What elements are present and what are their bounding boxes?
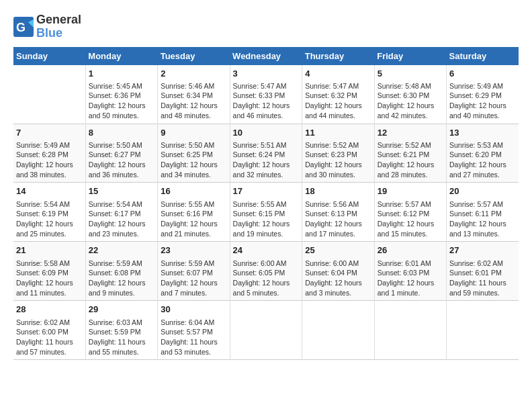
calendar-cell: 30Sunrise: 6:04 AM Sunset: 5:57 PM Dayli… (158, 301, 230, 360)
calendar-cell (230, 301, 302, 360)
day-info: Sunrise: 5:58 AM Sunset: 6:09 PM Dayligh… (16, 259, 83, 298)
calendar-week-row: 1Sunrise: 5:45 AM Sunset: 6:36 PM Daylig… (13, 65, 519, 124)
calendar-cell: 29Sunrise: 6:03 AM Sunset: 5:59 PM Dayli… (85, 301, 157, 360)
day-number: 2 (161, 68, 226, 80)
calendar-cell (447, 301, 519, 360)
day-number: 8 (89, 127, 154, 139)
weekday-header: Monday (85, 47, 157, 65)
day-info: Sunrise: 5:52 AM Sunset: 6:21 PM Dayligh… (378, 140, 443, 180)
day-number: 28 (16, 304, 83, 316)
calendar-header-row: SundayMondayTuesdayWednesdayThursdayFrid… (13, 47, 519, 65)
weekday-header: Thursday (302, 47, 374, 65)
day-number: 29 (89, 304, 154, 316)
day-info: Sunrise: 6:02 AM Sunset: 6:01 PM Dayligh… (449, 259, 516, 298)
calendar-week-row: 14Sunrise: 5:54 AM Sunset: 6:19 PM Dayli… (13, 183, 519, 242)
calendar-cell: 15Sunrise: 5:54 AM Sunset: 6:17 PM Dayli… (85, 183, 157, 242)
calendar-cell: 22Sunrise: 5:59 AM Sunset: 6:08 PM Dayli… (85, 242, 157, 301)
day-info: Sunrise: 6:04 AM Sunset: 5:57 PM Dayligh… (161, 318, 226, 357)
day-info: Sunrise: 5:55 AM Sunset: 6:15 PM Dayligh… (233, 199, 300, 239)
day-number: 3 (233, 68, 300, 80)
calendar-cell: 3Sunrise: 5:47 AM Sunset: 6:33 PM Daylig… (230, 65, 302, 124)
calendar-cell: 7Sunrise: 5:49 AM Sunset: 6:28 PM Daylig… (13, 124, 85, 183)
calendar-week-row: 7Sunrise: 5:49 AM Sunset: 6:28 PM Daylig… (13, 124, 519, 183)
day-info: Sunrise: 5:51 AM Sunset: 6:24 PM Dayligh… (233, 140, 300, 180)
day-info: Sunrise: 5:55 AM Sunset: 6:16 PM Dayligh… (161, 199, 226, 239)
day-info: Sunrise: 5:48 AM Sunset: 6:30 PM Dayligh… (378, 81, 443, 121)
day-info: Sunrise: 5:52 AM Sunset: 6:23 PM Dayligh… (305, 140, 371, 180)
day-number: 17 (233, 185, 300, 197)
day-info: Sunrise: 5:59 AM Sunset: 6:08 PM Dayligh… (89, 259, 154, 298)
calendar-cell: 23Sunrise: 5:59 AM Sunset: 6:07 PM Dayli… (158, 242, 230, 301)
day-number: 30 (161, 304, 226, 316)
calendar-cell: 20Sunrise: 5:57 AM Sunset: 6:11 PM Dayli… (447, 183, 519, 242)
calendar-cell: 5Sunrise: 5:48 AM Sunset: 6:30 PM Daylig… (374, 65, 446, 124)
calendar-table: SundayMondayTuesdayWednesdayThursdayFrid… (13, 47, 519, 361)
weekday-header: Wednesday (230, 47, 302, 65)
day-info: Sunrise: 5:45 AM Sunset: 6:36 PM Dayligh… (89, 81, 154, 121)
day-info: Sunrise: 5:47 AM Sunset: 6:33 PM Dayligh… (233, 81, 300, 121)
day-number: 10 (233, 127, 300, 139)
calendar-cell: 8Sunrise: 5:50 AM Sunset: 6:27 PM Daylig… (85, 124, 157, 183)
day-number: 26 (378, 244, 443, 257)
calendar-week-row: 21Sunrise: 5:58 AM Sunset: 6:09 PM Dayli… (13, 242, 519, 301)
calendar-cell (13, 65, 85, 124)
calendar-week-row: 28Sunrise: 6:02 AM Sunset: 6:00 PM Dayli… (13, 301, 519, 360)
calendar-cell: 27Sunrise: 6:02 AM Sunset: 6:01 PM Dayli… (447, 242, 519, 301)
day-number: 9 (161, 127, 226, 139)
calendar-cell: 9Sunrise: 5:50 AM Sunset: 6:25 PM Daylig… (158, 124, 230, 183)
day-number: 21 (16, 244, 83, 257)
calendar-cell: 1Sunrise: 5:45 AM Sunset: 6:36 PM Daylig… (85, 65, 157, 124)
day-number: 6 (449, 68, 516, 80)
calendar-cell: 6Sunrise: 5:49 AM Sunset: 6:29 PM Daylig… (447, 65, 519, 124)
calendar-cell: 18Sunrise: 5:56 AM Sunset: 6:13 PM Dayli… (302, 183, 374, 242)
calendar-cell: 25Sunrise: 6:00 AM Sunset: 6:04 PM Dayli… (302, 242, 374, 301)
page-header: G General Blue (13, 13, 519, 40)
calendar-cell: 12Sunrise: 5:52 AM Sunset: 6:21 PM Dayli… (374, 124, 446, 183)
calendar-cell: 26Sunrise: 6:01 AM Sunset: 6:03 PM Dayli… (374, 242, 446, 301)
day-info: Sunrise: 5:54 AM Sunset: 6:17 PM Dayligh… (89, 199, 154, 239)
calendar-cell: 28Sunrise: 6:02 AM Sunset: 6:00 PM Dayli… (13, 301, 85, 360)
day-number: 18 (305, 185, 371, 197)
day-info: Sunrise: 5:53 AM Sunset: 6:20 PM Dayligh… (449, 140, 516, 180)
calendar-cell: 17Sunrise: 5:55 AM Sunset: 6:15 PM Dayli… (230, 183, 302, 242)
day-info: Sunrise: 5:54 AM Sunset: 6:19 PM Dayligh… (16, 199, 83, 239)
day-info: Sunrise: 5:49 AM Sunset: 6:29 PM Dayligh… (449, 81, 516, 121)
day-info: Sunrise: 6:01 AM Sunset: 6:03 PM Dayligh… (378, 259, 443, 298)
day-number: 25 (305, 244, 371, 257)
day-number: 11 (305, 127, 371, 139)
day-number: 22 (89, 244, 154, 257)
weekday-header: Saturday (447, 47, 519, 65)
day-info: Sunrise: 5:56 AM Sunset: 6:13 PM Dayligh… (305, 199, 371, 239)
day-info: Sunrise: 5:59 AM Sunset: 6:07 PM Dayligh… (161, 259, 226, 298)
day-info: Sunrise: 5:46 AM Sunset: 6:34 PM Dayligh… (161, 81, 226, 121)
day-info: Sunrise: 6:03 AM Sunset: 5:59 PM Dayligh… (89, 318, 154, 357)
calendar-cell: 4Sunrise: 5:47 AM Sunset: 6:32 PM Daylig… (302, 65, 374, 124)
logo: G General Blue (13, 13, 81, 40)
calendar-cell: 19Sunrise: 5:57 AM Sunset: 6:12 PM Dayli… (374, 183, 446, 242)
day-info: Sunrise: 5:49 AM Sunset: 6:28 PM Dayligh… (16, 140, 83, 180)
calendar-cell (374, 301, 446, 360)
calendar-cell: 10Sunrise: 5:51 AM Sunset: 6:24 PM Dayli… (230, 124, 302, 183)
day-number: 23 (161, 244, 226, 257)
calendar-cell: 2Sunrise: 5:46 AM Sunset: 6:34 PM Daylig… (158, 65, 230, 124)
day-number: 14 (16, 185, 83, 197)
day-number: 13 (449, 127, 516, 139)
day-number: 16 (161, 185, 226, 197)
day-number: 12 (378, 127, 443, 139)
day-info: Sunrise: 5:57 AM Sunset: 6:11 PM Dayligh… (449, 199, 516, 239)
day-number: 19 (378, 185, 443, 197)
weekday-header: Sunday (13, 47, 85, 65)
logo-icon: G (13, 17, 34, 37)
day-info: Sunrise: 5:50 AM Sunset: 6:25 PM Dayligh… (161, 140, 226, 180)
day-info: Sunrise: 6:00 AM Sunset: 6:04 PM Dayligh… (305, 259, 371, 298)
calendar-cell: 13Sunrise: 5:53 AM Sunset: 6:20 PM Dayli… (447, 124, 519, 183)
day-info: Sunrise: 6:02 AM Sunset: 6:00 PM Dayligh… (16, 318, 83, 357)
calendar-cell: 16Sunrise: 5:55 AM Sunset: 6:16 PM Dayli… (158, 183, 230, 242)
day-number: 7 (16, 127, 83, 139)
weekday-header: Friday (374, 47, 446, 65)
day-info: Sunrise: 6:00 AM Sunset: 6:05 PM Dayligh… (233, 259, 300, 298)
day-number: 27 (449, 244, 516, 257)
day-info: Sunrise: 5:50 AM Sunset: 6:27 PM Dayligh… (89, 140, 154, 180)
day-number: 24 (233, 244, 300, 257)
calendar-cell: 24Sunrise: 6:00 AM Sunset: 6:05 PM Dayli… (230, 242, 302, 301)
